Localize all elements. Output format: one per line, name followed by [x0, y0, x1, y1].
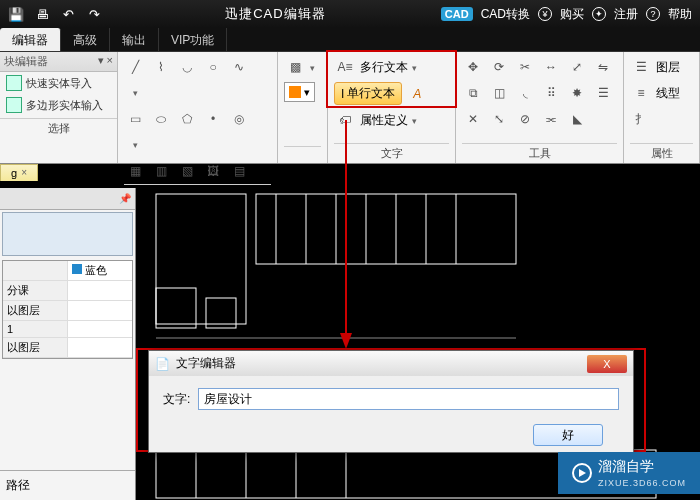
play-icon	[572, 463, 592, 483]
polygon-entity-input[interactable]: 多边形实体输入	[0, 94, 117, 116]
props-footer: 路径	[0, 470, 135, 500]
mtext-button[interactable]: 多行文本	[360, 59, 408, 76]
panel-props: ☰图层 ≡线型 扌 属性	[624, 52, 700, 163]
svg-rect-0	[156, 194, 246, 324]
poly-icon[interactable]: ⬠	[176, 108, 198, 130]
draw-dd-icon[interactable]	[124, 82, 146, 104]
document-tab[interactable]: g×	[0, 164, 38, 181]
linetype-icon[interactable]: ≡	[630, 82, 652, 104]
arc-icon[interactable]: ◡	[176, 56, 198, 78]
help-link[interactable]: 帮助	[668, 6, 692, 23]
tab-output[interactable]: 输出	[110, 28, 159, 51]
region-icon[interactable]: ▥	[150, 160, 172, 182]
image-icon[interactable]: 🖼	[202, 160, 224, 182]
layer-button[interactable]: 图层	[656, 59, 680, 76]
offset-icon[interactable]: ◫	[488, 82, 510, 104]
extend-icon[interactable]: ↔	[540, 56, 562, 78]
join-icon[interactable]: ⫘	[540, 108, 562, 130]
quick-entity-import[interactable]: 快速实体导入	[0, 72, 117, 94]
mirror-icon[interactable]: ⇋	[592, 56, 614, 78]
array-icon[interactable]: ⠿	[540, 82, 562, 104]
panel-draw: ╱ ⌇ ◡ ○ ∿ ▭ ⬭ ⬠ • ◎ ▦ ▥ ▧ 🖼 ▤	[118, 52, 278, 163]
pin-icon[interactable]: 📌	[119, 193, 131, 204]
color-sel-icon[interactable]: ▩	[284, 56, 306, 78]
panel-text-label: 文字	[334, 143, 449, 161]
qa-save-icon[interactable]: 💾	[6, 4, 26, 24]
panel-color: ▩ ▾	[278, 52, 328, 163]
rect-icon[interactable]: ▭	[124, 108, 146, 130]
trim-icon[interactable]: ✂	[514, 56, 536, 78]
linetype-button[interactable]: 线型	[656, 85, 680, 102]
register-link[interactable]: 注册	[614, 6, 638, 23]
color-combo[interactable]: ▾	[284, 82, 315, 102]
spline-icon[interactable]: ∿	[228, 56, 250, 78]
stext-icon: I	[341, 87, 344, 101]
prop-row-1[interactable]: 分课	[3, 281, 68, 300]
draw-dd2-icon[interactable]	[124, 134, 146, 156]
prop-row-2[interactable]: 以图层	[3, 301, 68, 320]
prop-color[interactable]: 蓝色	[68, 261, 133, 280]
panel-select-label: 选择	[0, 118, 117, 136]
dialog-title: 文字编辑器	[176, 355, 236, 372]
tab-vip[interactable]: VIP功能	[159, 28, 227, 51]
svg-rect-10	[156, 288, 196, 328]
stretch-icon[interactable]: ⤡	[488, 108, 510, 130]
point-icon[interactable]: •	[202, 108, 224, 130]
props-selector[interactable]	[2, 212, 133, 256]
panel-tools-label: 工具	[462, 143, 617, 161]
tab-advanced[interactable]: 高级	[61, 28, 110, 51]
svg-rect-1	[256, 194, 516, 264]
boundary-icon[interactable]: ▧	[176, 160, 198, 182]
scale-icon[interactable]: ⤢	[566, 56, 588, 78]
cad-badge: CAD	[441, 7, 473, 21]
qa-redo-icon[interactable]: ↷	[84, 4, 104, 24]
qa-undo-icon[interactable]: ↶	[58, 4, 78, 24]
dialog-icon: 📄	[155, 357, 170, 371]
layers-icon[interactable]: ☰	[630, 56, 652, 78]
ring-icon[interactable]: ◎	[228, 108, 250, 130]
ellipse-icon[interactable]: ⬭	[150, 108, 172, 130]
erase-icon[interactable]: ✕	[462, 108, 484, 130]
text-editor-dialog: 📄文字编辑器 X 文字: 好	[148, 350, 634, 453]
prop-row-3[interactable]: 1	[3, 321, 68, 337]
panel-text: A≡多行文本 I单行文本A 🏷属性定义 文字	[328, 52, 456, 163]
align-icon[interactable]: ☰	[592, 82, 614, 104]
currency-icon: ¥	[538, 7, 552, 21]
text-input[interactable]	[198, 388, 619, 410]
polyline-icon[interactable]: ⌇	[150, 56, 172, 78]
text-style-icon[interactable]: A	[406, 83, 428, 105]
table-icon[interactable]: ▤	[228, 160, 250, 182]
prop-row-4[interactable]: 以图层	[3, 338, 68, 357]
dialog-close-button[interactable]: X	[587, 355, 627, 373]
watermark: 溜溜自学 ZIXUE.3D66.COM	[558, 452, 700, 494]
properties-grid: 蓝色 分课 以图层 1 以图层	[2, 260, 133, 359]
circle-icon[interactable]: ○	[202, 56, 224, 78]
user-icon: ✦	[592, 7, 606, 21]
block-editor-header: 块编辑器▾ ×	[0, 52, 117, 72]
line-icon[interactable]: ╱	[124, 56, 146, 78]
mtext-icon[interactable]: A≡	[334, 56, 356, 78]
title-bar: 💾 🖶 ↶ ↷ 迅捷CAD编辑器 CAD CAD转换 ¥ 购买 ✦ 注册 ? 帮…	[0, 0, 700, 28]
ok-button[interactable]: 好	[533, 424, 603, 446]
cad-convert-link[interactable]: CAD转换	[481, 6, 530, 23]
panel-props-label: 属性	[630, 143, 693, 161]
single-line-text-button[interactable]: I单行文本	[334, 82, 402, 105]
dialog-field-label: 文字:	[163, 391, 190, 408]
hatch-icon[interactable]: ▦	[124, 160, 146, 182]
qa-print-icon[interactable]: 🖶	[32, 4, 52, 24]
buy-link[interactable]: 购买	[560, 6, 584, 23]
rotate-icon[interactable]: ⟳	[488, 56, 510, 78]
help-icon: ?	[646, 7, 660, 21]
app-title: 迅捷CAD编辑器	[110, 5, 441, 23]
explode-icon[interactable]: ✸	[566, 82, 588, 104]
chamfer-icon[interactable]: ◣	[566, 108, 588, 130]
tab-editor[interactable]: 编辑器	[0, 28, 61, 51]
copy-icon[interactable]: ⧉	[462, 82, 484, 104]
break-icon[interactable]: ⊘	[514, 108, 536, 130]
panel-tools: ✥ ⟳ ✂ ↔ ⤢ ⇋ ⧉ ◫ ◟ ⠿ ✸ ☰ ✕ ⤡ ⊘ ⫘ ◣	[456, 52, 624, 163]
fillet-icon[interactable]: ◟	[514, 82, 536, 104]
attrdef-icon[interactable]: 🏷	[334, 109, 356, 131]
more-props-icon[interactable]: 扌	[630, 108, 652, 130]
attrdef-button[interactable]: 属性定义	[360, 112, 408, 129]
move-icon[interactable]: ✥	[462, 56, 484, 78]
